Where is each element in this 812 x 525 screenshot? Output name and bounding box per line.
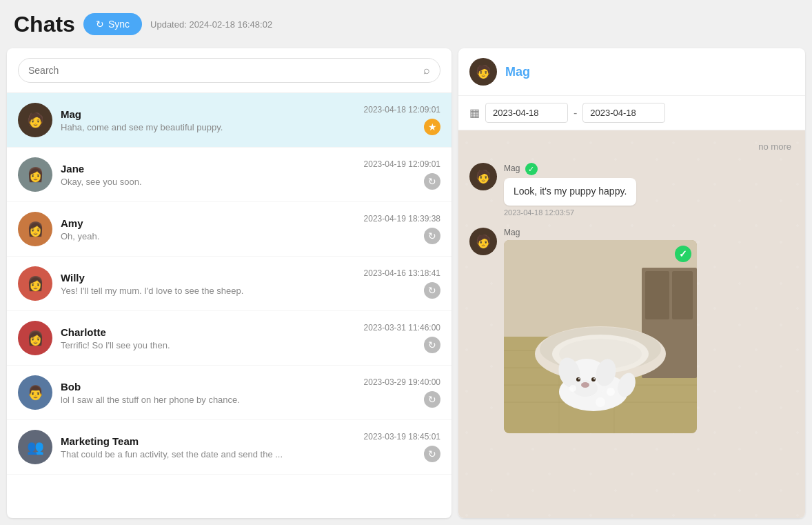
message-content: Mag ✓ Look, it's my puppy happy. 2023-04… (504, 163, 636, 217)
contact-name: Mag (61, 108, 356, 120)
sync-button[interactable]: ↻ Sync (83, 13, 142, 35)
messages-area: no more 🧑 Mag ✓ Look, it's my puppy happ… (458, 130, 805, 518)
svg-rect-10 (645, 271, 669, 319)
sync-icon: ↻ (96, 19, 104, 30)
list-item[interactable]: 👩 Jane Okay, see you soon. 2023-04-19 12… (7, 148, 451, 202)
message-preview: That could be a fun activity, set the da… (61, 449, 356, 459)
list-item[interactable]: 👩 Amy Oh, yeah. 2023-04-19 18:39:38 ↻ (7, 202, 451, 257)
list-item[interactable]: 🧑 Mag Haha, come and see my beautiful pu… (7, 93, 451, 148)
date-filter: ▦ - (458, 96, 805, 130)
chat-time: 2023-04-19 12:09:01 (364, 159, 440, 169)
svg-point-23 (591, 377, 596, 382)
calendar-icon: ▦ (469, 106, 480, 119)
page-title: Chats (14, 12, 75, 37)
chat-info: Amy Oh, yeah. (61, 217, 356, 241)
message-preview: Terrific! So I'll see you then. (61, 340, 356, 350)
chat-meta: 2023-03-19 18:45:01 ↻ (364, 432, 440, 462)
chat-meta: 2023-03-31 11:46:00 ↻ (364, 323, 440, 353)
list-item[interactable]: 👩 Charlotte Terrific! So I'll see you th… (7, 311, 451, 366)
message-preview: Yes! I'll tell my mum. I'd love to see t… (61, 286, 356, 296)
chat-list: 🧑 Mag Haha, come and see my beautiful pu… (7, 93, 451, 518)
sync-status-icon: ↻ (424, 391, 440, 408)
sync-status-icon: ↻ (424, 282, 440, 299)
message-content: Mag (504, 228, 697, 433)
chat-detail-panel: 🧑 Mag ▦ - no more 🧑 Mag ✓ (458, 48, 805, 518)
message-avatar: 🧑 (469, 163, 497, 190)
date-to-input[interactable] (582, 103, 665, 123)
no-more-label: no more (458, 130, 805, 157)
svg-point-27 (607, 388, 615, 396)
contact-name: Amy (61, 217, 356, 229)
date-from-input[interactable] (485, 103, 568, 123)
chat-meta: 2023-04-16 13:18:41 ↻ (364, 268, 440, 299)
chat-meta: 2023-04-19 18:39:38 ↻ (364, 214, 440, 244)
whatsapp-icon: ✓ (679, 248, 687, 259)
chat-meta: 2023-04-19 12:09:01 ↻ (364, 159, 440, 190)
date-separator: - (574, 107, 577, 119)
svg-point-25 (593, 378, 595, 379)
chat-header: 🧑 Mag (458, 48, 805, 96)
chat-info: Marketing Team That could be a fun activ… (61, 435, 356, 459)
contact-name: Charlotte (61, 326, 356, 338)
svg-rect-11 (672, 271, 693, 319)
sync-status-icon: ↻ (424, 446, 440, 462)
svg-point-24 (578, 378, 580, 379)
svg-point-22 (576, 377, 580, 382)
search-box[interactable]: ⌕ (18, 58, 440, 83)
chat-list-panel: ⌕ 🧑 Mag Haha, come and see my beautiful … (7, 48, 451, 518)
contact-avatar: 🧑 (469, 58, 497, 86)
avatar: 👩 (18, 266, 52, 301)
message-sender: Mag (504, 228, 697, 237)
message-image: ✓ (504, 240, 697, 433)
avatar: 👩 (18, 212, 52, 246)
chat-info: Charlotte Terrific! So I'll see you then… (61, 326, 356, 350)
message-sender: Mag ✓ (504, 163, 636, 175)
chat-time: 2023-03-19 18:45:01 (364, 432, 440, 442)
whatsapp-corner-badge: ✓ (675, 246, 691, 262)
chat-time: 2023-04-19 18:39:38 (364, 214, 440, 224)
main-container: ⌕ 🧑 Mag Haha, come and see my beautiful … (0, 48, 812, 525)
chat-info: Bob lol I saw all the stuff on her phone… (61, 381, 356, 405)
avatar: 👥 (18, 430, 52, 464)
sync-status-icon: ↻ (424, 173, 440, 190)
avatar: 👩 (18, 321, 52, 355)
star-icon: ★ (424, 119, 440, 135)
svg-point-26 (569, 385, 576, 392)
contact-name: Jane (61, 163, 356, 175)
sync-status-icon: ↻ (424, 228, 440, 244)
avatar: 👨 (18, 375, 52, 410)
message-preview: Oh, yeah. (61, 231, 356, 241)
chat-time: 2023-04-16 13:18:41 (364, 268, 440, 278)
svg-point-28 (596, 397, 605, 407)
message-group: 🧑 Mag ✓ Look, it's my puppy happy. 2023-… (458, 157, 805, 222)
sync-label: Sync (108, 19, 130, 30)
chat-info: Mag Haha, come and see my beautiful pupp… (61, 108, 356, 132)
search-container: ⌕ (7, 48, 451, 93)
message-bubble: Look, it's my puppy happy. (504, 178, 636, 206)
chat-time: 2023-04-18 12:09:01 (364, 105, 440, 115)
chat-meta: 2023-04-18 12:09:01 ★ (364, 105, 440, 135)
whatsapp-badge-icon: ✓ (525, 163, 538, 175)
avatar: 🧑 (18, 103, 52, 137)
svg-point-21 (581, 382, 589, 388)
updated-timestamp: Updated: 2024-02-18 16:48:02 (150, 19, 272, 30)
app-header: Chats ↻ Sync Updated: 2024-02-18 16:48:0… (0, 0, 812, 48)
search-icon: ⌕ (423, 64, 430, 77)
contact-name: Marketing Team (61, 435, 356, 447)
message-time: 2023-04-18 12:03:57 (504, 208, 636, 217)
search-input[interactable] (28, 65, 418, 76)
list-item[interactable]: 👥 Marketing Team That could be a fun act… (7, 420, 451, 475)
list-item[interactable]: 👨 Bob lol I saw all the stuff on her pho… (7, 366, 451, 420)
contact-header-name: Mag (505, 65, 530, 79)
message-preview: lol I saw all the stuff on her phone by … (61, 395, 356, 405)
list-item[interactable]: 👩 Willy Yes! I'll tell my mum. I'd love … (7, 257, 451, 311)
message-avatar: 🧑 (469, 228, 497, 255)
contact-name: Willy (61, 272, 356, 284)
message-preview: Haha, come and see my beautiful puppy. (61, 122, 356, 132)
avatar: 👩 (18, 157, 52, 192)
sync-status-icon: ↻ (424, 337, 440, 353)
message-group: 🧑 Mag (458, 222, 805, 439)
contact-name: Bob (61, 381, 356, 393)
chat-meta: 2023-03-29 19:40:00 ↻ (364, 377, 440, 408)
message-preview: Okay, see you soon. (61, 177, 356, 187)
